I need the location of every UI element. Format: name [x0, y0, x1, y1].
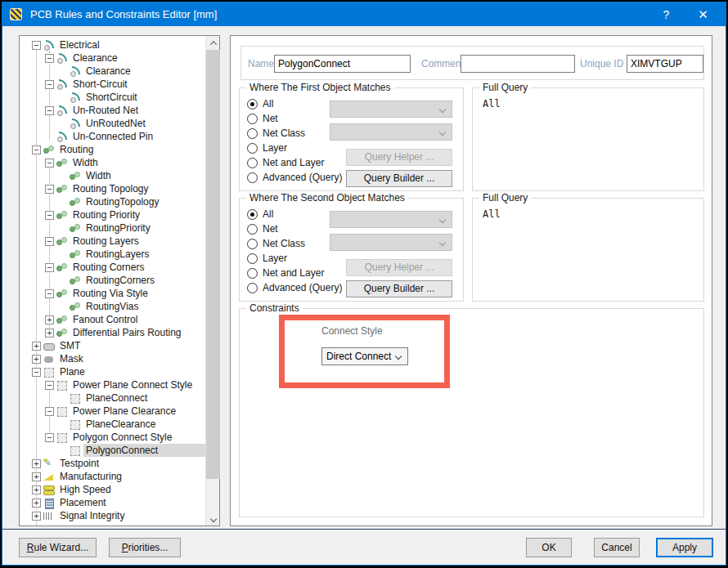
electrical-icon: [56, 79, 68, 90]
collapse-toggle-icon[interactable]: −: [45, 407, 54, 416]
tree-item[interactable]: ShortCircuit: [20, 91, 205, 104]
tree-item[interactable]: RoutingPriority: [20, 221, 205, 235]
first-match-class-dropdown: [330, 123, 452, 141]
tree-item[interactable]: −Un-Routed Net: [20, 104, 205, 117]
collapse-toggle-icon[interactable]: −: [45, 159, 54, 168]
tree-item[interactable]: PolygonConnect: [20, 444, 205, 457]
close-button[interactable]: ✕: [685, 2, 721, 26]
collapse-toggle-icon[interactable]: −: [45, 211, 54, 220]
first-match-radio-net-and-layer[interactable]: Net and Layer: [247, 156, 324, 169]
tree-item[interactable]: +Mask: [20, 352, 205, 365]
second-match-radio-layer[interactable]: Layer: [247, 252, 287, 265]
tree-item[interactable]: +Fanout Control: [20, 313, 205, 326]
name-input[interactable]: [274, 55, 411, 73]
collapse-toggle-icon[interactable]: −: [45, 263, 54, 272]
tree-item[interactable]: −Width: [20, 156, 205, 169]
collapse-toggle-icon[interactable]: −: [45, 185, 54, 194]
expand-toggle-icon[interactable]: +: [32, 499, 41, 508]
tree-item[interactable]: +SMT: [20, 339, 205, 352]
expand-toggle-icon[interactable]: +: [32, 512, 41, 521]
tree-item[interactable]: +High Speed: [20, 483, 205, 496]
tree-item[interactable]: UnRoutedNet: [20, 117, 205, 130]
tree-item[interactable]: +Placement: [20, 496, 205, 509]
tree-item-label: Mask: [57, 352, 86, 365]
first-match-radio-layer[interactable]: Layer: [247, 141, 287, 154]
collapse-toggle-icon[interactable]: −: [45, 80, 54, 89]
expand-toggle-icon[interactable]: +: [32, 485, 41, 494]
tree-item-label: RoutingVias: [83, 300, 142, 313]
tree-item[interactable]: PlaneClearance: [20, 418, 205, 431]
first-match-radio-net[interactable]: Net: [247, 112, 278, 125]
collapse-toggle-icon[interactable]: −: [45, 381, 54, 390]
expand-toggle-icon[interactable]: +: [32, 459, 41, 468]
tree-item[interactable]: Clearance: [20, 65, 205, 78]
tree-item[interactable]: −Routing Topology: [20, 182, 205, 195]
collapse-toggle-icon[interactable]: −: [32, 41, 41, 50]
tree-item[interactable]: +Differential Pairs Routing: [20, 326, 205, 339]
scrollbar-thumb[interactable]: [206, 50, 220, 479]
unique-id-input[interactable]: [627, 55, 703, 73]
second-match-radio-net-class[interactable]: Net Class: [247, 237, 305, 250]
ok-button[interactable]: OK: [526, 538, 572, 557]
tree-item[interactable]: −Clearance: [20, 51, 205, 65]
tree-item-label: Routing Layers: [70, 235, 142, 248]
collapse-toggle-icon[interactable]: −: [45, 289, 54, 298]
tree-item[interactable]: +Signal Integrity: [20, 509, 205, 522]
expand-toggle-icon[interactable]: +: [32, 342, 41, 351]
tree-item[interactable]: −Routing Layers: [20, 235, 205, 248]
rule-wizard-button[interactable]: Rule Wizard...: [19, 538, 97, 557]
tree-item[interactable]: −Plane: [20, 365, 205, 378]
collapse-toggle-icon[interactable]: −: [45, 433, 54, 442]
expand-toggle-icon[interactable]: +: [45, 315, 54, 324]
expand-toggle-icon[interactable]: +: [45, 329, 54, 338]
tree-scrollbar[interactable]: [205, 36, 219, 526]
tree-item[interactable]: Un-Connected Pin: [20, 130, 205, 143]
second-match-radio-net[interactable]: Net: [247, 222, 278, 235]
second-match-radio-net-and-layer[interactable]: Net and Layer: [247, 266, 324, 280]
tree-item[interactable]: +Manufacturing: [20, 470, 205, 483]
tree-item[interactable]: −Routing: [20, 143, 205, 156]
app-icon: [10, 8, 22, 20]
tree-item[interactable]: PlaneConnect: [20, 391, 205, 405]
cancel-button[interactable]: Cancel: [594, 538, 640, 557]
scroll-down-icon[interactable]: [206, 512, 220, 526]
collapse-toggle-icon[interactable]: −: [32, 368, 41, 377]
tree-item[interactable]: +Testpoint: [20, 457, 205, 470]
query-builder-button[interactable]: Query Builder ...: [346, 170, 452, 187]
tree-item[interactable]: RoutingLayers: [20, 248, 205, 261]
tree-item[interactable]: −Routing Via Style: [20, 287, 205, 300]
tree-item[interactable]: −Power Plane Clearance: [20, 405, 205, 418]
tree-item-label: Power Plane Clearance: [70, 405, 178, 418]
expand-toggle-icon[interactable]: +: [32, 355, 41, 364]
tree-item[interactable]: −Short-Circuit: [20, 78, 205, 91]
tree-item[interactable]: RoutingCorners: [20, 274, 205, 287]
help-button[interactable]: ?: [648, 2, 685, 26]
apply-button[interactable]: Apply: [656, 538, 713, 557]
tree-item[interactable]: −Routing Corners: [20, 261, 205, 274]
second-match-radio-all[interactable]: All: [247, 208, 273, 221]
comment-input[interactable]: [461, 55, 575, 73]
tree-item[interactable]: −Routing Priority: [20, 208, 205, 221]
collapse-toggle-icon[interactable]: −: [45, 237, 54, 246]
collapse-toggle-icon[interactable]: −: [45, 54, 54, 63]
tree-item[interactable]: −Polygon Connect Style: [20, 431, 205, 444]
rule-editor-panel: Name Comment Unique ID Where The First O…: [230, 35, 712, 526]
tree-item[interactable]: −Power Plane Connect Style: [20, 378, 205, 391]
expand-toggle-icon[interactable]: +: [32, 472, 41, 481]
collapse-toggle-icon[interactable]: −: [32, 145, 41, 154]
query-builder-button-2[interactable]: Query Builder ...: [346, 280, 452, 297]
collapse-toggle-icon[interactable]: −: [45, 106, 54, 115]
first-match-radio-advanced[interactable]: Advanced (Query): [247, 171, 342, 184]
plane-icon: [70, 393, 81, 404]
tree-item[interactable]: −Electrical: [20, 38, 205, 51]
first-match-radio-all[interactable]: All: [247, 97, 273, 110]
tree-item[interactable]: RoutingTopology: [20, 195, 205, 208]
window-title: PCB Rules and Constraints Editor [mm]: [30, 8, 217, 20]
tree-item[interactable]: Width: [20, 169, 205, 182]
second-match-radio-advanced[interactable]: Advanced (Query): [247, 281, 342, 294]
second-full-query-title: Full Query: [479, 192, 531, 203]
scroll-up-icon[interactable]: [206, 36, 220, 50]
priorities-button[interactable]: Priorities...: [109, 538, 181, 557]
tree-item[interactable]: RoutingVias: [20, 300, 205, 313]
first-match-radio-net-class[interactable]: Net Class: [247, 127, 305, 140]
